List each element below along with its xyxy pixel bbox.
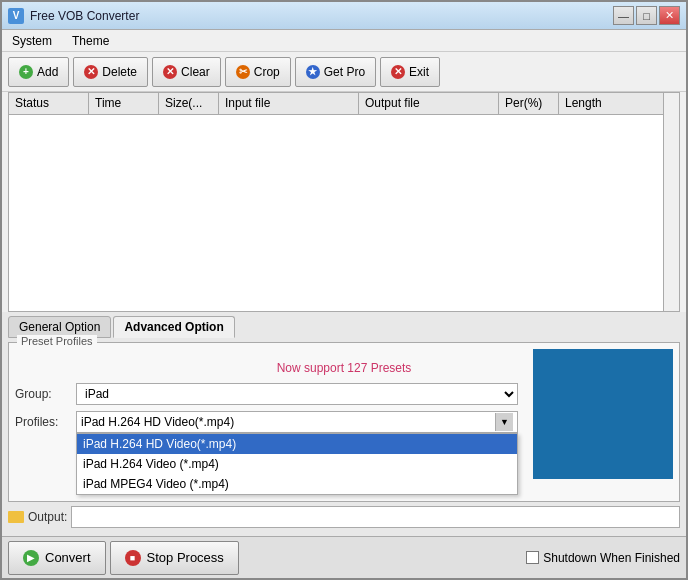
maximize-button[interactable]: □: [636, 6, 657, 25]
action-buttons: ▶ Convert ■ Stop Process: [8, 541, 239, 575]
title-controls: — □ ✕: [613, 6, 680, 25]
profiles-dropdown-value[interactable]: iPad H.264 HD Video(*.mp4) ▼: [76, 411, 518, 433]
shutdown-checkbox[interactable]: [526, 551, 539, 564]
table-body: [9, 115, 679, 311]
profiles-dropdown-container: iPad H.264 HD Video(*.mp4) ▼ iPad H.264 …: [76, 411, 518, 433]
preset-profiles-box: Preset Profiles Now support 127 Presets …: [8, 342, 680, 502]
stop-label: Stop Process: [147, 550, 224, 565]
file-table: Status Time Size(... Input file Output f…: [8, 92, 680, 312]
exit-label: Exit: [409, 65, 429, 79]
add-label: Add: [37, 65, 58, 79]
tabs: General Option Advanced Option: [8, 316, 680, 338]
convert-button[interactable]: ▶ Convert: [8, 541, 106, 575]
add-button[interactable]: + Add: [8, 57, 69, 87]
shutdown-row: Shutdown When Finished: [526, 551, 680, 565]
menu-bar: System Theme: [2, 30, 686, 52]
profiles-selected-value: iPad H.264 HD Video(*.mp4): [81, 415, 495, 429]
shutdown-label: Shutdown When Finished: [543, 551, 680, 565]
clear-button[interactable]: ✕ Clear: [152, 57, 221, 87]
dropdown-option-1[interactable]: iPad H.264 Video (*.mp4): [77, 454, 517, 474]
delete-button[interactable]: ✕ Delete: [73, 57, 148, 87]
dropdown-option-2[interactable]: iPad MPEG4 Video (*.mp4): [77, 474, 517, 494]
delete-label: Delete: [102, 65, 137, 79]
getpro-button[interactable]: ★ Get Pro: [295, 57, 376, 87]
profiles-dropdown-list: iPad H.264 HD Video(*.mp4) iPad H.264 Vi…: [76, 433, 518, 495]
stop-process-button[interactable]: ■ Stop Process: [110, 541, 239, 575]
col-length: Length: [559, 93, 679, 114]
menu-theme[interactable]: Theme: [66, 32, 115, 50]
minimize-button[interactable]: —: [613, 6, 634, 25]
col-input: Input file: [219, 93, 359, 114]
getpro-label: Get Pro: [324, 65, 365, 79]
profiles-label: Profiles:: [15, 415, 70, 429]
add-icon: +: [19, 65, 33, 79]
group-label: Group:: [15, 387, 70, 401]
toolbar: + Add ✕ Delete ✕ Clear ✂ Crop ★ Get Pro …: [2, 52, 686, 92]
profiles-row: Profiles: iPad H.264 HD Video(*.mp4) ▼ i…: [15, 411, 673, 433]
clear-label: Clear: [181, 65, 210, 79]
menu-system[interactable]: System: [6, 32, 58, 50]
crop-label: Crop: [254, 65, 280, 79]
scrollbar[interactable]: [663, 93, 679, 311]
exit-icon: ✕: [391, 65, 405, 79]
app-icon: V: [8, 8, 24, 24]
title-bar: V Free VOB Converter — □ ✕: [2, 2, 686, 30]
output-path-input[interactable]: [71, 506, 680, 528]
col-status: Status: [9, 93, 89, 114]
folder-icon: [8, 511, 24, 523]
action-bar: ▶ Convert ■ Stop Process Shutdown When F…: [2, 536, 686, 578]
output-label: Output:: [8, 510, 67, 524]
exit-button[interactable]: ✕ Exit: [380, 57, 440, 87]
profiles-dropdown-arrow[interactable]: ▼: [495, 413, 513, 431]
group-select[interactable]: iPad: [76, 383, 518, 405]
clear-icon: ✕: [163, 65, 177, 79]
bottom-section: General Option Advanced Option Preset Pr…: [2, 312, 686, 536]
main-window: V Free VOB Converter — □ ✕ System Theme …: [0, 0, 688, 580]
window-title: Free VOB Converter: [30, 9, 139, 23]
col-output: Output file: [359, 93, 499, 114]
delete-icon: ✕: [84, 65, 98, 79]
close-button[interactable]: ✕: [659, 6, 680, 25]
col-time: Time: [89, 93, 159, 114]
preset-title: Preset Profiles: [17, 335, 97, 347]
tab-advanced-option[interactable]: Advanced Option: [113, 316, 234, 338]
stop-icon: ■: [125, 550, 141, 566]
dropdown-option-0[interactable]: iPad H.264 HD Video(*.mp4): [77, 434, 517, 454]
convert-label: Convert: [45, 550, 91, 565]
output-row: Output:: [8, 506, 680, 528]
getpro-icon: ★: [306, 65, 320, 79]
crop-button[interactable]: ✂ Crop: [225, 57, 291, 87]
col-size: Size(...: [159, 93, 219, 114]
output-label-text: Output:: [28, 510, 67, 524]
crop-icon: ✂: [236, 65, 250, 79]
col-per: Per(%): [499, 93, 559, 114]
table-header: Status Time Size(... Input file Output f…: [9, 93, 679, 115]
title-bar-left: V Free VOB Converter: [8, 8, 139, 24]
convert-icon: ▶: [23, 550, 39, 566]
